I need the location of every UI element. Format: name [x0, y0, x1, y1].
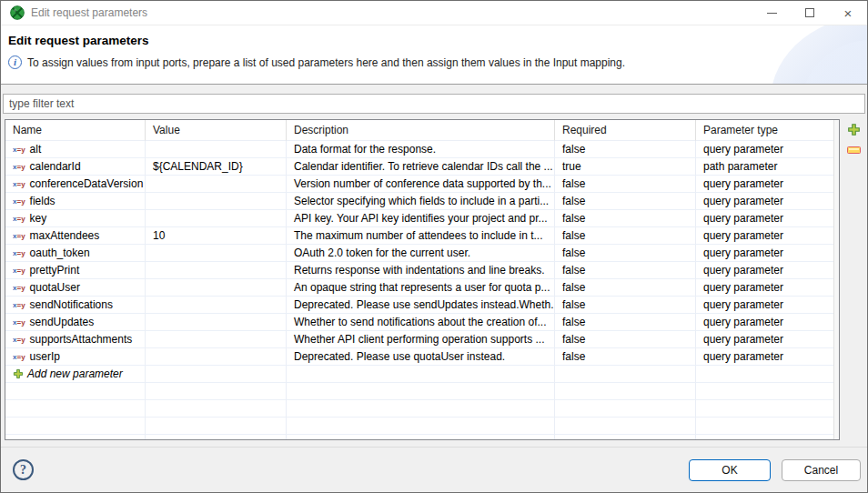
cell-description[interactable]: API key. Your API key identifies your pr…: [287, 210, 555, 227]
column-header-value[interactable]: Value: [146, 120, 287, 141]
column-header-description[interactable]: Description: [287, 120, 555, 141]
remove-parameter-button[interactable]: [846, 143, 861, 157]
cell-description[interactable]: Returns response with indentations and l…: [287, 262, 555, 279]
cell-required[interactable]: false: [555, 262, 696, 279]
cell-parameter-type[interactable]: query parameter: [696, 176, 839, 193]
table-row[interactable]: x=y key API key. Your API key identifies…: [5, 210, 839, 227]
cell-required[interactable]: false: [555, 227, 696, 245]
cell-parameter-type[interactable]: query parameter: [696, 245, 839, 262]
table-row[interactable]: x=y calendarId ${CALENDAR_ID} Calendar i…: [5, 158, 839, 176]
column-header-required[interactable]: Required: [555, 120, 696, 141]
cell-parameter-type[interactable]: query parameter: [696, 210, 839, 227]
parameter-xy-icon: x=y: [13, 146, 25, 154]
cell-name[interactable]: x=y calendarId: [5, 158, 146, 176]
empty-table-row[interactable]: [5, 383, 839, 400]
cell-description[interactable]: Deprecated. Please use sendUpdates inste…: [287, 297, 555, 314]
cell-parameter-type[interactable]: query parameter: [696, 331, 839, 348]
minimize-button[interactable]: [752, 1, 791, 25]
table-row[interactable]: x=y maxAttendees 10 The maximum number o…: [5, 227, 839, 245]
cell-name[interactable]: x=y prettyPrint: [5, 262, 146, 279]
table-row[interactable]: x=y supportsAttachments Whether API clie…: [5, 331, 839, 348]
cell-parameter-type[interactable]: path parameter: [696, 158, 839, 176]
cell-required[interactable]: false: [555, 297, 696, 314]
table-row[interactable]: x=y quotaUser An opaque string that repr…: [5, 279, 839, 297]
cell-parameter-type[interactable]: query parameter: [696, 141, 839, 158]
cell-name[interactable]: x=y sendUpdates: [5, 314, 146, 331]
cell-name[interactable]: x=y sendNotifications: [5, 297, 146, 314]
cell-description[interactable]: Whether API client performing operation …: [287, 331, 555, 348]
cell-value[interactable]: [146, 279, 287, 297]
cell-name[interactable]: x=y alt: [5, 141, 146, 158]
cell-parameter-type[interactable]: query parameter: [696, 262, 839, 279]
cell-name[interactable]: x=y key: [5, 210, 146, 227]
cell-required[interactable]: false: [555, 176, 696, 193]
cell-value[interactable]: [146, 245, 287, 262]
cell-parameter-type[interactable]: query parameter: [696, 193, 839, 210]
table-row[interactable]: x=y sendNotifications Deprecated. Please…: [5, 297, 839, 314]
empty-table-row[interactable]: [5, 418, 839, 435]
cell-required[interactable]: false: [555, 245, 696, 262]
cell-description[interactable]: OAuth 2.0 token for the current user.: [287, 245, 555, 262]
cell-name[interactable]: x=y userIp: [5, 348, 146, 366]
cell-value[interactable]: [146, 348, 287, 366]
cancel-button[interactable]: Cancel: [782, 459, 861, 481]
cell-name[interactable]: x=y oauth_token: [5, 245, 146, 262]
column-header-parameter-type[interactable]: Parameter type: [696, 120, 839, 141]
table-row[interactable]: x=y alt Data format for the response. fa…: [5, 141, 839, 158]
table-row[interactable]: x=y conferenceDataVersion Version number…: [5, 176, 839, 193]
cell-description[interactable]: Version number of conference data suppor…: [287, 176, 555, 193]
cell-value[interactable]: [146, 314, 287, 331]
cell-value[interactable]: [146, 141, 287, 158]
cell-value[interactable]: 10: [146, 227, 287, 245]
maximize-button[interactable]: [791, 1, 829, 25]
cell-required[interactable]: false: [555, 141, 696, 158]
table-row[interactable]: x=y userIp Deprecated. Please use quotaU…: [5, 348, 839, 366]
cell-parameter-type[interactable]: query parameter: [696, 297, 839, 314]
cell-parameter-type[interactable]: query parameter: [696, 314, 839, 331]
cell-value[interactable]: [146, 210, 287, 227]
close-icon: ×: [844, 6, 853, 20]
cell-required[interactable]: false: [555, 210, 696, 227]
cell-required[interactable]: false: [555, 348, 696, 366]
add-parameter-button[interactable]: [846, 122, 861, 136]
cell-parameter-type[interactable]: query parameter: [696, 348, 839, 366]
help-button[interactable]: ?: [13, 459, 34, 480]
empty-table-row[interactable]: [5, 400, 839, 418]
filter-input[interactable]: [3, 94, 865, 114]
cell-description[interactable]: An opaque string that represents a user …: [287, 279, 555, 297]
cell-parameter-type[interactable]: query parameter: [696, 227, 839, 245]
cell-required[interactable]: false: [555, 331, 696, 348]
cell-description[interactable]: Whether to send notifications about the …: [287, 314, 555, 331]
cell-value[interactable]: [146, 331, 287, 348]
cell-required[interactable]: false: [555, 314, 696, 331]
cell-value[interactable]: [146, 176, 287, 193]
table-row[interactable]: x=y sendUpdates Whether to send notifica…: [5, 314, 839, 331]
cell-name[interactable]: x=y maxAttendees: [5, 227, 146, 245]
add-new-parameter-row[interactable]: Add new parameter: [5, 366, 839, 383]
cell-name[interactable]: x=y fields: [5, 193, 146, 210]
cell-parameter-type[interactable]: query parameter: [696, 279, 839, 297]
empty-table-row[interactable]: [5, 435, 839, 440]
table-row[interactable]: x=y oauth_token OAuth 2.0 token for the …: [5, 245, 839, 262]
table-row[interactable]: x=y fields Selector specifying which fie…: [5, 193, 839, 210]
table-scrollbar[interactable]: [833, 120, 839, 439]
cell-description[interactable]: Data format for the response.: [287, 141, 555, 158]
close-button[interactable]: ×: [829, 1, 867, 25]
cell-description[interactable]: Calendar identifier. To retrieve calenda…: [287, 158, 555, 176]
cell-name[interactable]: x=y supportsAttachments: [5, 331, 146, 348]
cell-required[interactable]: false: [555, 193, 696, 210]
cell-description[interactable]: Selector specifying which fields to incl…: [287, 193, 555, 210]
cell-required[interactable]: false: [555, 279, 696, 297]
table-row[interactable]: x=y prettyPrint Returns response with in…: [5, 262, 839, 279]
column-header-name[interactable]: Name: [5, 120, 146, 141]
cell-value[interactable]: [146, 297, 287, 314]
cell-required[interactable]: true: [555, 158, 696, 176]
cell-description[interactable]: The maximum number of attendees to inclu…: [287, 227, 555, 245]
cell-name[interactable]: x=y quotaUser: [5, 279, 146, 297]
cell-description[interactable]: Deprecated. Please use quotaUser instead…: [287, 348, 555, 366]
cell-value[interactable]: [146, 262, 287, 279]
cell-name[interactable]: x=y conferenceDataVersion: [5, 176, 146, 193]
ok-button[interactable]: OK: [689, 459, 771, 481]
cell-value[interactable]: [146, 193, 287, 210]
cell-value[interactable]: ${CALENDAR_ID}: [146, 158, 287, 176]
